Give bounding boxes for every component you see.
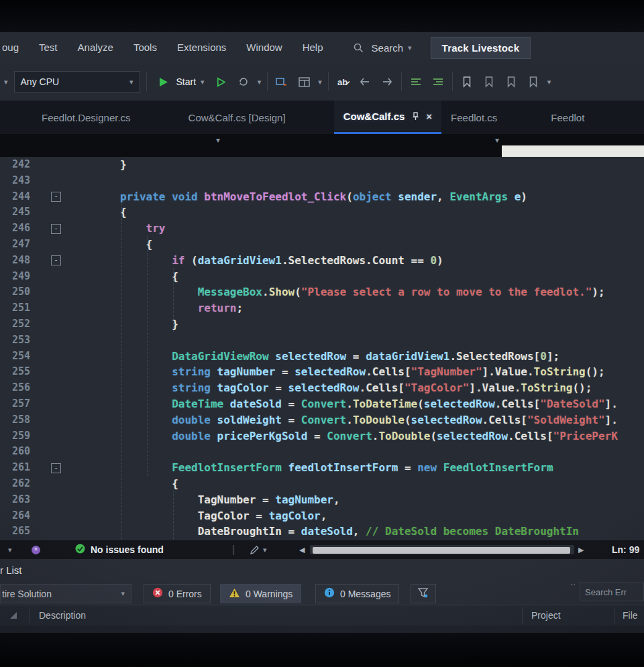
code-lines: 242 }243244- private void btnMoveToFeedl… xyxy=(0,157,644,540)
code-line[interactable]: 263 TagNumber = tagNumber, xyxy=(0,492,644,508)
fold-margin xyxy=(35,173,68,189)
tab-cowcalf-design[interactable]: Cow&Calf.cs [Design] xyxy=(179,101,295,134)
code-line[interactable]: 256 string tagColor = selectedRow.Cells[… xyxy=(0,380,644,396)
code-line[interactable]: 260 xyxy=(0,444,644,460)
solution-platform-combo[interactable]: Any CPU ▾ xyxy=(14,71,140,93)
error-list-column-headers: Description Project File xyxy=(0,605,644,626)
window-layout-icon[interactable] xyxy=(296,74,312,90)
comment-lines-icon[interactable] xyxy=(408,74,424,90)
start-without-debug-icon[interactable] xyxy=(213,74,229,90)
scope-filter-combo[interactable]: tire Solution ▾ xyxy=(0,584,131,603)
close-icon[interactable]: × xyxy=(426,111,432,122)
column-separator[interactable] xyxy=(614,607,615,623)
code-line[interactable]: 258 double soldWeight = Convert.ToDouble… xyxy=(0,412,644,428)
chevron-down-icon[interactable]: ▾ xyxy=(258,78,262,86)
scroll-left-icon[interactable]: ◀ xyxy=(299,540,305,559)
tab-feedlot-designer[interactable]: Feedlot.Designer.cs xyxy=(32,101,140,134)
column-description[interactable]: Description xyxy=(39,605,86,625)
find-symbol-icon[interactable]: ab̷ xyxy=(335,74,351,90)
chevron-down-icon[interactable]: ▾ xyxy=(4,78,8,86)
uncomment-lines-icon[interactable] xyxy=(430,74,446,90)
bookmark-prev-icon[interactable] xyxy=(481,74,497,90)
chevron-down-icon[interactable]: ▾ xyxy=(8,540,12,559)
tab-feedlot-extra[interactable]: Feedlot xyxy=(541,101,594,134)
bookmark-clear-icon[interactable] xyxy=(525,74,541,90)
menu-item-debug[interactable]: oug xyxy=(0,32,29,63)
navigate-forward-icon[interactable] xyxy=(379,74,395,90)
column-file[interactable]: File xyxy=(623,605,638,625)
code-line[interactable]: 242 } xyxy=(0,157,644,173)
code-line[interactable]: 245 { xyxy=(0,204,644,221)
menu-item-tools[interactable]: Tools xyxy=(123,32,167,63)
messages-filter-button[interactable]: 0 Messages xyxy=(315,584,399,603)
fold-toggle-icon[interactable]: - xyxy=(51,463,61,473)
menu-item-window[interactable]: Window xyxy=(236,32,292,63)
warnings-filter-button[interactable]: 0 Warnings xyxy=(220,584,301,603)
tab-cowcalf-code[interactable]: Cow&Calf.cs × xyxy=(334,101,441,134)
indent-guide xyxy=(173,491,174,540)
code-editor[interactable]: 242 }243244- private void btnMoveToFeedl… xyxy=(0,157,644,540)
fold-margin xyxy=(35,316,68,332)
filter-button[interactable] xyxy=(411,584,436,603)
code-line[interactable]: 251 return; xyxy=(0,300,644,316)
search-label: Search xyxy=(372,42,404,54)
start-debug-button[interactable]: Start ▾ xyxy=(153,74,207,90)
glare-strip xyxy=(502,145,644,157)
code-line[interactable]: 243 xyxy=(0,173,644,189)
code-line[interactable]: 264 TagColor = tagColor, xyxy=(0,508,644,524)
bookmark-next-icon[interactable] xyxy=(503,74,519,90)
horizontal-scrollbar[interactable] xyxy=(310,545,574,554)
code-line[interactable]: 255 string tagNumber = selectedRow.Cells… xyxy=(0,364,644,380)
scrollbar-thumb[interactable] xyxy=(313,547,570,554)
bookmark-toggle-icon[interactable] xyxy=(459,74,475,90)
severity-corner-icon[interactable] xyxy=(9,605,17,625)
menu-item-test[interactable]: Test xyxy=(29,32,68,63)
scroll-right-icon[interactable]: ▶ xyxy=(578,540,584,559)
pin-icon[interactable] xyxy=(410,111,421,122)
chevron-down-icon: ▾ xyxy=(408,44,412,52)
indent-guide xyxy=(147,236,148,476)
overflow-dots-icon[interactable]: ‥ xyxy=(570,578,577,587)
code-line[interactable]: 254 DataGridViewRow selectedRow = dataGr… xyxy=(0,349,644,365)
code-line[interactable]: 265 DateBroughtIn = dateSold, // DateSol… xyxy=(0,524,644,540)
fold-toggle-icon[interactable]: - xyxy=(51,192,61,202)
health-indicator-icon[interactable] xyxy=(31,540,41,559)
column-project[interactable]: Project xyxy=(531,605,561,625)
hot-reload-icon[interactable] xyxy=(235,74,252,90)
code-line[interactable]: 249 { xyxy=(0,269,644,285)
menu-search[interactable]: Search ▾ xyxy=(351,40,412,56)
code-line[interactable]: 253 xyxy=(0,332,644,349)
code-line[interactable]: 248- if (dataGridView1.SelectedRows.Coun… xyxy=(0,253,644,269)
issues-indicator[interactable]: No issues found xyxy=(75,540,164,559)
code-line[interactable]: 261- FeedlotInsertForm feedlotInsertForm… xyxy=(0,460,644,476)
menu-item-help[interactable]: Help xyxy=(292,32,333,63)
caret-down-icon[interactable]: ▾ xyxy=(495,135,499,145)
navigate-back-icon[interactable] xyxy=(357,74,373,90)
code-line[interactable]: 247 { xyxy=(0,237,644,253)
chevron-down-icon[interactable]: ▾ xyxy=(547,78,551,86)
toolbar-separator xyxy=(146,72,147,91)
column-separator[interactable] xyxy=(522,607,523,623)
column-separator xyxy=(30,607,30,623)
code-line[interactable]: 257 DateTime dateSold = Convert.ToDateTi… xyxy=(0,396,644,412)
attach-process-icon[interactable] xyxy=(274,74,290,90)
code-line[interactable]: 252 } xyxy=(0,316,644,332)
code-line[interactable]: 244- private void btnMoveToFeedlot_Click… xyxy=(0,189,644,205)
tab-feedlot-code[interactable]: Feedlot.cs xyxy=(441,101,506,134)
chevron-down-icon[interactable]: ▾ xyxy=(318,78,322,86)
pen-icon[interactable]: ▾ xyxy=(250,540,267,559)
code-line[interactable]: 250 MessageBox.Show("Please select a row… xyxy=(0,284,644,300)
fold-toggle-icon[interactable]: - xyxy=(51,255,61,265)
caret-down-icon[interactable]: ▾ xyxy=(216,135,220,145)
document-tab-bar: Feedlot.Designer.cs Cow&Calf.cs [Design]… xyxy=(0,101,644,134)
code-line[interactable]: 246- try xyxy=(0,221,644,237)
error-circle-icon xyxy=(152,587,163,600)
line-number: 249 xyxy=(0,269,35,285)
code-line[interactable]: 259 double pricePerKgSold = Convert.ToDo… xyxy=(0,428,644,444)
menu-item-analyze[interactable]: Analyze xyxy=(68,32,123,63)
search-error-list-input[interactable] xyxy=(580,583,644,601)
fold-toggle-icon[interactable]: - xyxy=(51,224,61,234)
menu-item-extensions[interactable]: Extensions xyxy=(167,32,236,63)
errors-filter-button[interactable]: 0 Errors xyxy=(144,584,211,603)
code-line[interactable]: 262 { xyxy=(0,476,644,492)
